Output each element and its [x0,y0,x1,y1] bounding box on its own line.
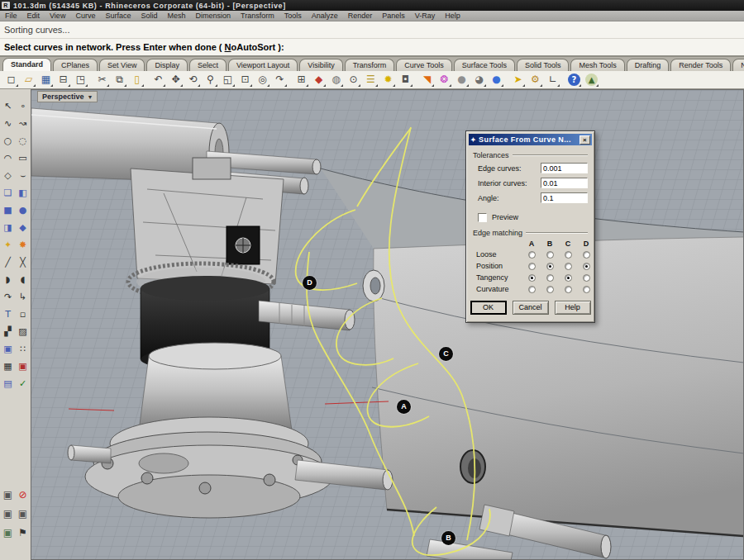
menu-edit[interactable]: Edit [22,11,45,21]
viewport-3d-canvas[interactable] [31,90,744,560]
radio-position-d[interactable] [583,263,590,270]
rotate-view-icon[interactable]: ⟲ [185,72,201,88]
lightbulb-icon[interactable]: ✹ [380,72,396,88]
tab-standard[interactable]: Standard [2,58,51,71]
redo-view-icon[interactable]: ↷ [272,72,288,88]
radio-position-a[interactable] [528,263,536,270]
new-file-icon[interactable]: ◻ [3,72,19,88]
cut-icon[interactable]: ✂ [94,72,110,88]
preview-checkbox[interactable] [478,213,487,222]
array-icon[interactable]: ∷ [16,341,31,358]
radio-tangency-a[interactable] [528,274,536,282]
point-edit-icon[interactable]: ▫ [16,306,31,324]
control-point-curve-icon[interactable]: ∿ [1,116,16,133]
zoom-selected-icon[interactable]: ◎ [255,72,270,88]
grasshopper-icon[interactable]: ▲ [584,72,599,88]
dialog-title-bar[interactable]: ✦ Surface From Curve N... × [469,134,592,145]
split-icon[interactable]: ╳ [16,254,31,272]
grid-array-icon[interactable]: ▦ [1,358,16,376]
polygon-icon[interactable]: ◇ [1,168,16,185]
menu-tools[interactable]: Tools [279,11,307,21]
tab-render-tools[interactable]: Render Tools [670,59,731,71]
curve-blend-icon[interactable]: ↷ [1,289,16,306]
radio-curvature-c[interactable] [565,286,572,293]
trim-icon[interactable]: ╱ [1,254,16,272]
environment-sphere-icon[interactable]: ● [489,72,504,88]
perspective-viewport[interactable]: Perspective▼ [31,89,744,560]
render-sphere-icon[interactable]: ● [454,72,470,88]
radio-position-b[interactable] [546,263,554,270]
menu-mesh[interactable]: Mesh [162,11,190,21]
material-sphere-icon[interactable]: ◕ [471,72,487,88]
menu-surface[interactable]: Surface [100,11,136,21]
radio-loose-b[interactable] [546,251,554,259]
display-mode-icon[interactable]: ◍ [328,72,344,88]
fillet-icon[interactable]: ✦ [1,237,16,254]
radio-tangency-b[interactable] [546,274,554,282]
edge-curves-input[interactable] [541,163,588,173]
copy-icon[interactable]: ⧉ [112,72,127,88]
hatch-icon[interactable]: ▨ [16,324,31,341]
select-pointer-icon[interactable]: ↖ [1,98,16,116]
tab-drafting[interactable]: Drafting [627,59,670,71]
menu-curve[interactable]: Curve [70,11,100,21]
tab-new-in-v5[interactable]: New in V5 [732,59,744,71]
radio-tangency-d[interactable] [583,274,590,282]
menu-file[interactable]: File [0,11,22,21]
tab-set-view[interactable]: Set View [99,59,145,71]
cancel-button[interactable]: Cancel [513,301,549,315]
lock-icon[interactable]: ◘ [398,72,413,88]
camera-view-b-icon[interactable]: ▣ [16,505,31,524]
group-icon[interactable]: ▞ [1,324,16,341]
box-icon[interactable]: ■ [1,202,16,220]
print-icon[interactable]: ⊟ [55,72,71,88]
text-icon[interactable]: T [1,306,16,324]
block-icon[interactable]: ▣ [16,358,31,376]
named-view-icon[interactable]: ▣ [1,486,16,505]
command-option-noautosort-rest[interactable]: oAutoSort [231,42,276,52]
extrude-surface-icon[interactable]: ◨ [1,220,16,237]
radio-curvature-b[interactable] [546,286,554,293]
paste-icon[interactable]: ▯ [129,72,145,88]
menu-view[interactable]: View [45,11,70,21]
shaded-display-icon[interactable]: ◆ [311,72,327,88]
freeform-curve-icon[interactable]: ⌣ [16,168,31,185]
walkabout-icon[interactable]: ▣ [1,524,16,543]
menu-solid[interactable]: Solid [136,11,162,21]
camera-view-a-icon[interactable]: ▣ [1,505,16,524]
pan-view-icon[interactable]: ✥ [168,72,184,88]
boolean-union-icon[interactable]: ◗ [1,272,16,289]
radio-curvature-d[interactable] [583,286,590,293]
menu-analyze[interactable]: Analyze [307,11,343,21]
command-prompt[interactable]: Select curves in network. Press Enter wh… [0,39,744,55]
close-icon[interactable]: × [579,135,590,145]
zoom-extents-icon[interactable]: ⊡ [237,72,253,88]
viewport-tab[interactable]: Perspective▼ [37,91,98,102]
radio-tangency-c[interactable] [565,274,572,282]
menu-panels[interactable]: Panels [377,11,410,21]
open-file-icon[interactable]: ▱ [21,72,36,88]
menu-dimension[interactable]: Dimension [190,11,236,21]
boolean-difference-icon[interactable]: ◖ [16,272,31,289]
help-button[interactable]: Help [555,301,591,315]
surface-patch-icon[interactable]: ◧ [16,185,31,202]
tab-transform[interactable]: Transform [345,59,395,71]
curve-through-points-icon[interactable]: ↝ [16,116,31,133]
command-option-noautosort[interactable]: N [225,42,231,52]
sphere-icon[interactable]: ● [16,202,31,220]
extend-curve-icon[interactable]: ↳ [16,289,31,306]
menu-v-ray[interactable]: V-Ray [410,11,441,21]
help-icon[interactable]: ? [566,72,582,88]
tab-surface-tools[interactable]: Surface Tools [454,59,515,71]
layer-manager-icon[interactable]: ☰ [363,72,379,88]
flag-icon[interactable]: ⚑ [16,524,31,543]
dimension-icon[interactable]: ∟ [545,72,560,88]
radio-loose-a[interactable] [528,251,536,259]
tab-curve-tools[interactable]: Curve Tools [396,59,451,71]
menu-transform[interactable]: Transform [236,11,279,21]
tab-cplanes[interactable]: CPlanes [53,59,98,71]
point-icon[interactable]: ∘ [16,98,31,116]
ellipse-icon[interactable]: ◌ [16,133,31,150]
save-file-icon[interactable]: ▦ [38,72,54,88]
explode-icon[interactable]: ✸ [16,237,31,254]
